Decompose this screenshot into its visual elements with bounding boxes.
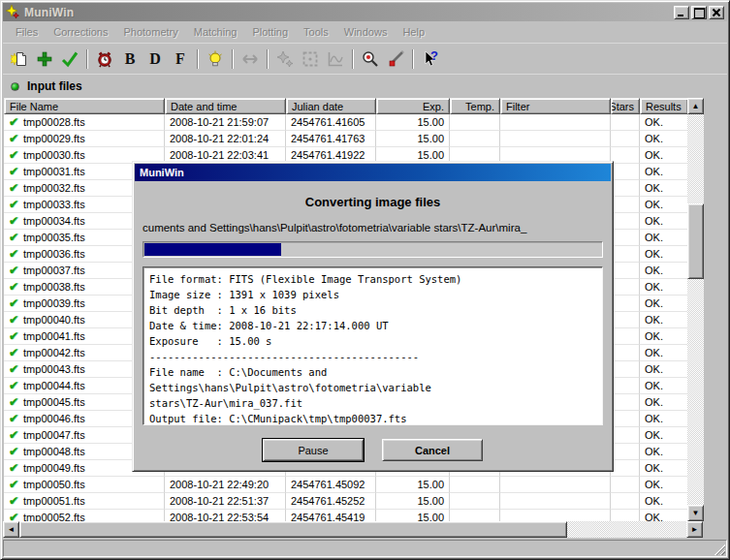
cell-filter: [500, 510, 611, 521]
file-name: tmp00031.fts: [23, 166, 85, 177]
arrow-right-icon: ►: [691, 525, 699, 534]
maximize-button[interactable]: [691, 6, 707, 19]
scroll-left-button[interactable]: ◄: [3, 521, 19, 538]
table-row[interactable]: ✔tmp00029.fts2008-10-21 22:01:242454761.…: [4, 131, 687, 147]
cell-results: OK.: [640, 147, 687, 164]
menu-item-photometry[interactable]: Photometry: [116, 23, 184, 41]
pause-button[interactable]: Pause: [263, 439, 364, 461]
convert-files-icon[interactable]: [57, 47, 82, 72]
cell-date: 2008-10-21 22:49:20: [165, 477, 286, 493]
window-titlebar[interactable]: MuniWin: [3, 3, 727, 21]
row-ok-check-icon: ✔: [9, 280, 18, 294]
table-row[interactable]: ✔tmp00052.fts2008-10-21 22:53:542454761.…: [4, 510, 687, 521]
file-name: tmp00051.fts: [23, 495, 85, 507]
cell-results: OK.: [640, 444, 687, 460]
minimize-button[interactable]: [674, 6, 689, 19]
resize-grip[interactable]: [712, 542, 725, 555]
column-header-exp[interactable]: Exp.: [376, 98, 450, 114]
horizontal-scroll-thumb[interactable]: [19, 521, 567, 538]
row-ok-check-icon: ✔: [9, 511, 18, 521]
column-header-temp[interactable]: Temp.: [450, 98, 500, 114]
cell-stars: [611, 246, 640, 263]
horizontal-scrollbar[interactable]: ◄ ►: [3, 521, 703, 538]
row-ok-check-icon: ✔: [9, 395, 18, 409]
flat-correction-icon[interactable]: F: [168, 47, 193, 72]
bias-correction-icon[interactable]: B: [117, 47, 143, 72]
cell-filter: [500, 114, 611, 131]
cell-julian: 2454761.45092: [286, 477, 376, 493]
new-project-icon[interactable]: [7, 47, 32, 72]
dialog-titlebar[interactable]: MuniWin: [135, 164, 611, 181]
column-header-julian-date[interactable]: Julian date: [286, 98, 376, 114]
time-corrections-icon[interactable]: [92, 47, 117, 72]
column-header-filter[interactable]: Filter: [500, 98, 611, 114]
menu-item-files[interactable]: Files: [9, 23, 45, 41]
file-name: tmp00029.fts: [23, 133, 85, 144]
cell-results: OK.: [640, 493, 687, 510]
menu-item-windows[interactable]: Windows: [337, 23, 395, 41]
menu-item-corrections[interactable]: Corrections: [47, 23, 114, 41]
close-button[interactable]: [709, 6, 724, 19]
column-header-stars[interactable]: Stars: [611, 98, 640, 114]
vertical-scrollbar[interactable]: ▲ ▼: [687, 98, 704, 521]
cell-results: OK.: [640, 263, 687, 279]
find-variables-icon[interactable]: [383, 47, 408, 72]
cell-stars: [611, 328, 640, 345]
cancel-button[interactable]: Cancel: [382, 439, 483, 461]
menu-item-tools[interactable]: Tools: [297, 23, 335, 41]
cell-stars: [611, 296, 640, 312]
cell-results: OK.: [640, 510, 687, 521]
scroll-right-button[interactable]: ►: [686, 521, 703, 538]
menu-item-plotting[interactable]: Plotting: [245, 23, 295, 41]
cell-results: OK.: [640, 361, 687, 378]
menu-item-help[interactable]: Help: [396, 23, 431, 41]
cell-results: OK.: [640, 460, 687, 477]
cell-filter: [500, 131, 611, 147]
arrow-up-icon: ▲: [692, 102, 700, 110]
converting-dialog: MuniWin Converting image files cuments a…: [132, 161, 614, 472]
row-ok-check-icon: ✔: [9, 214, 18, 228]
row-ok-check-icon: ✔: [9, 428, 18, 442]
file-name: tmp00039.fts: [23, 297, 85, 309]
toolbar: B D F: [3, 44, 727, 75]
conversion-log[interactable]: File format: FITS (Flexible Image Transp…: [143, 266, 603, 425]
scroll-down-button[interactable]: ▼: [687, 505, 704, 521]
menu-item-matching[interactable]: Matching: [187, 23, 244, 41]
cell-results: OK.: [640, 213, 687, 230]
cell-exp: 15.00: [376, 493, 450, 510]
cell-file: ✔tmp00051.fts: [4, 493, 165, 510]
matching-icon: [272, 47, 298, 72]
cell-stars: [611, 378, 640, 394]
zoom-icon[interactable]: [358, 47, 383, 72]
file-name: tmp00046.fts: [23, 413, 85, 424]
column-header-results[interactable]: Results: [640, 98, 687, 114]
cell-exp: 15.00: [376, 131, 450, 147]
file-name: tmp00035.fts: [23, 232, 85, 243]
cell-julian: 2454761.41763: [286, 131, 376, 147]
vertical-scroll-thumb[interactable]: [687, 203, 704, 279]
cell-stars: [611, 493, 640, 510]
dark-correction-icon[interactable]: D: [143, 47, 168, 72]
scroll-up-button[interactable]: ▲: [687, 98, 704, 114]
table-row[interactable]: ✔tmp00050.fts2008-10-21 22:49:202454761.…: [4, 477, 687, 493]
cell-file: ✔tmp00050.fts: [4, 477, 165, 493]
add-files-icon[interactable]: [32, 47, 57, 72]
column-header-date-and-time[interactable]: Date and time: [165, 98, 286, 114]
file-name: tmp00052.fts: [23, 512, 85, 521]
cell-results: OK.: [640, 328, 687, 345]
context-help-icon[interactable]: ?: [418, 47, 443, 72]
toolbar-separator: [352, 49, 354, 69]
table-row[interactable]: ✔tmp00028.fts2008-10-21 21:59:072454761.…: [4, 114, 687, 131]
vertical-scroll-track[interactable]: [687, 114, 704, 505]
table-row[interactable]: ✔tmp00051.fts2008-10-21 22:51:372454761.…: [4, 493, 687, 510]
cell-stars: [611, 394, 640, 411]
dialog-buttons: Pause Cancel: [143, 439, 603, 461]
cell-stars: [611, 213, 640, 230]
column-header-file-name[interactable]: File Name: [4, 98, 165, 114]
main-window: MuniWin FilesCorrectionsPhotometryMatchi…: [0, 0, 730, 560]
horizontal-scroll-track[interactable]: [19, 521, 686, 538]
cell-temp: [450, 131, 500, 147]
cell-file: ✔tmp00029.fts: [4, 131, 165, 147]
cell-stars: [611, 279, 640, 296]
photometry-icon[interactable]: [203, 47, 228, 72]
